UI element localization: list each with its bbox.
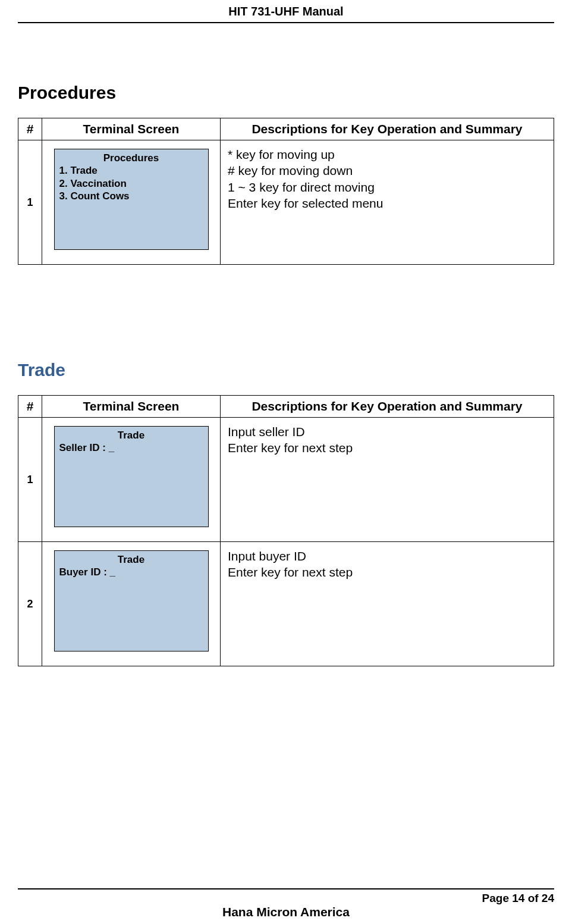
- row-num: 1: [18, 418, 42, 542]
- row-screen: Procedures 1. Trade 2. Vaccination 3. Co…: [42, 140, 221, 265]
- row-screen: Trade Buyer ID : _: [42, 542, 221, 666]
- footer-page-number: Page 14 of 24: [18, 892, 554, 905]
- footer: Page 14 of 24 Hana Micron America: [18, 888, 554, 919]
- row-num: 1: [18, 140, 42, 265]
- row-desc: Input buyer ID Enter key for next step: [221, 542, 554, 666]
- row-screen: Trade Seller ID : _: [42, 418, 221, 542]
- table-row: 2 Trade Buyer ID : _ Input buyer ID Ente…: [18, 542, 554, 666]
- footer-company: Hana Micron America: [18, 905, 554, 919]
- th-num: #: [18, 396, 42, 418]
- terminal-line: 3. Count Cows: [59, 190, 203, 202]
- table-row: 1 Procedures 1. Trade 2. Vaccination 3. …: [18, 140, 554, 265]
- trade-table: # Terminal Screen Descriptions for Key O…: [18, 395, 554, 666]
- row-desc: Input seller ID Enter key for next step: [221, 418, 554, 542]
- terminal-line: 1. Trade: [59, 164, 203, 177]
- terminal-title: Trade: [59, 553, 203, 566]
- row-num: 2: [18, 542, 42, 666]
- th-desc: Descriptions for Key Operation and Summa…: [221, 396, 554, 418]
- section-heading-trade: Trade: [18, 360, 554, 380]
- terminal-screen: Procedures 1. Trade 2. Vaccination 3. Co…: [54, 149, 209, 250]
- terminal-line: Seller ID : _: [59, 441, 203, 454]
- terminal-title: Procedures: [59, 152, 203, 164]
- terminal-line: 2. Vaccination: [59, 177, 203, 190]
- th-screen: Terminal Screen: [42, 118, 221, 140]
- th-screen: Terminal Screen: [42, 396, 221, 418]
- table-row: 1 Trade Seller ID : _ Input seller ID En…: [18, 418, 554, 542]
- document-header-title: HIT 731-UHF Manual: [18, 0, 554, 23]
- th-num: #: [18, 118, 42, 140]
- procedures-table: # Terminal Screen Descriptions for Key O…: [18, 118, 554, 265]
- row-desc: * key for moving up # key for moving dow…: [221, 140, 554, 265]
- terminal-line: Buyer ID : _: [59, 566, 203, 578]
- terminal-screen: Trade Buyer ID : _: [54, 550, 209, 652]
- section-heading-procedures: Procedures: [18, 83, 554, 103]
- th-desc: Descriptions for Key Operation and Summa…: [221, 118, 554, 140]
- terminal-title: Trade: [59, 429, 203, 441]
- terminal-screen: Trade Seller ID : _: [54, 426, 209, 527]
